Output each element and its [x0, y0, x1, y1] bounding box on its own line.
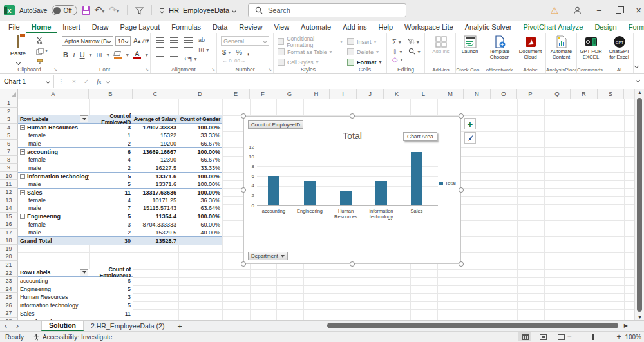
- row-header-20[interactable]: 20: [0, 252, 18, 261]
- redo-icon[interactable]: ↷▾: [109, 5, 119, 17]
- normal-view-button[interactable]: [518, 332, 531, 341]
- copy-icon[interactable]: ▾: [36, 48, 48, 55]
- pivot-cell-label[interactable]: female: [18, 132, 89, 138]
- comma-style-icon[interactable]: ,: [247, 48, 249, 56]
- row-header-6[interactable]: 6: [0, 140, 18, 148]
- column-header-L[interactable]: L: [410, 89, 437, 99]
- restore-button[interactable]: [616, 8, 621, 14]
- pivot-cell-b[interactable]: 5: [89, 213, 133, 220]
- column-header-S[interactable]: S: [598, 89, 624, 99]
- summary-cell-label[interactable]: accounting: [18, 278, 89, 284]
- summary-filter-button[interactable]: [80, 269, 88, 276]
- row-header-23[interactable]: 23: [0, 277, 18, 285]
- sheet-tab-2-hr-employeedata-2-[interactable]: 2.HR_EmployeeData (2): [84, 321, 171, 331]
- tab-draw[interactable]: Draw: [86, 21, 115, 33]
- excel-app-icon[interactable]: x: [4, 5, 15, 15]
- cancel-icon[interactable]: ×: [68, 78, 80, 85]
- pivot-cell-c[interactable]: 10171.25: [133, 197, 178, 204]
- row-header-27[interactable]: 27: [0, 309, 18, 318]
- values-field-button[interactable]: Count of EmployeeID: [248, 120, 303, 129]
- row-header-2[interactable]: 2: [0, 108, 18, 116]
- pivot-cell-label[interactable]: male: [18, 229, 89, 236]
- column-header-N[interactable]: N: [464, 89, 491, 99]
- summary-row-25[interactable]: Human Resources3: [18, 293, 133, 301]
- summary-cell-label[interactable]: Row Labels: [18, 269, 89, 276]
- underline-icon[interactable]: U: [80, 51, 85, 59]
- select-all-corner[interactable]: [0, 89, 18, 99]
- tab-insert[interactable]: Insert: [57, 21, 86, 33]
- pivot-cell-label[interactable]: −information technology: [18, 173, 89, 180]
- align-center-icon[interactable]: [170, 47, 178, 53]
- ribbon-more-chevron-icon[interactable]: [634, 64, 639, 68]
- pivot-cell-label[interactable]: −Human Resources: [18, 124, 89, 131]
- pivot-cell-b[interactable]: 11: [89, 189, 133, 196]
- formula-dropdown-icon[interactable]: [106, 79, 110, 83]
- addin-template-chooser[interactable]: Template Chooserofficeatwork: [484, 33, 515, 73]
- selection-handle[interactable]: [459, 261, 464, 267]
- bar-human-resources[interactable]: [340, 191, 352, 205]
- bar-engineering[interactable]: [304, 181, 316, 205]
- row-header-5[interactable]: 5: [0, 131, 18, 140]
- pivot-row-18[interactable]: Grand Total3013528.7: [18, 236, 222, 245]
- chart-styles-button[interactable]: [464, 132, 476, 144]
- pivot-cell-label[interactable]: Grand Total: [18, 238, 89, 244]
- pivot-cell-b[interactable]: 30: [89, 238, 133, 244]
- pivot-cell-label[interactable]: −accounting: [18, 149, 89, 155]
- page-break-view-button[interactable]: [554, 332, 567, 341]
- pivot-cell-d[interactable]: 66.67%: [178, 157, 222, 163]
- pivot-row-4[interactable]: −Human Resources317907.33333100.00%: [18, 124, 222, 132]
- row-header-14[interactable]: 14: [0, 204, 18, 213]
- pivot-cell-d[interactable]: 100.00%: [178, 189, 222, 196]
- pivot-row-10[interactable]: −information technology513371.6100.00%: [18, 172, 222, 180]
- row-header-18[interactable]: 18: [0, 236, 18, 245]
- align-right-icon[interactable]: [184, 47, 193, 53]
- pivot-cell-c[interactable]: 15322: [133, 132, 178, 138]
- pivot-row-11[interactable]: male513371.6100.00%: [18, 180, 222, 189]
- pivot-cell-d[interactable]: 66.67%: [178, 140, 222, 147]
- alignment-dialog-launcher[interactable]: ↘: [211, 67, 215, 72]
- sheet-tab-solution[interactable]: Solution: [41, 321, 84, 331]
- pivot-cell-label[interactable]: −Sales: [18, 189, 89, 196]
- merge-center-icon[interactable]: ⊞: [198, 46, 204, 54]
- summary-cell-label[interactable]: Human Resources: [18, 294, 89, 300]
- sheet-nav-prev-icon[interactable]: ‹: [0, 321, 12, 331]
- pivot-cell-label[interactable]: male: [18, 140, 89, 147]
- horizontal-scrollbar[interactable]: ▶: [325, 322, 628, 329]
- pivot-cell-b[interactable]: 5: [89, 173, 133, 180]
- pivot-row-5[interactable]: female11532233.33%: [18, 131, 222, 140]
- pivot-cell-b[interactable]: 4: [89, 157, 133, 163]
- tab-help[interactable]: Help: [372, 21, 399, 33]
- bar-information-technology[interactable]: [375, 181, 387, 205]
- format-painter-icon[interactable]: [36, 59, 44, 66]
- pivot-row-17[interactable]: male215329.540.00%: [18, 229, 222, 237]
- tab-format[interactable]: Format: [623, 21, 644, 33]
- accessibility-status[interactable]: Accessibility: Investigate: [33, 334, 112, 341]
- pivot-cell-d[interactable]: 100.00%: [178, 173, 222, 180]
- pivot-row-6[interactable]: male21920066.67%: [18, 140, 222, 148]
- paste-button[interactable]: Paste: [6, 36, 30, 68]
- align-top-icon[interactable]: [156, 37, 164, 43]
- row-header-12[interactable]: 12: [0, 188, 18, 196]
- row-header-22[interactable]: 22: [0, 269, 18, 278]
- summary-row-24[interactable]: Engineering5: [18, 285, 133, 294]
- pivot-cell-d[interactable]: 33.33%: [178, 165, 222, 171]
- summary-cell-count[interactable]: 5: [89, 302, 133, 309]
- addin-automate-content[interactable]: Automate ContentAnalysisPlace: [546, 33, 577, 73]
- increase-indent-icon[interactable]: [170, 56, 178, 62]
- pivot-cell-d[interactable]: Count of Gender: [178, 116, 222, 122]
- pivot-cell-label[interactable]: male: [18, 181, 89, 187]
- pivot-cell-d[interactable]: 63.64%: [178, 205, 222, 211]
- formula-input[interactable]: [115, 75, 644, 88]
- pivot-cell-c[interactable]: 13528.7: [133, 238, 178, 244]
- summary-cell-count[interactable]: 5: [89, 286, 133, 292]
- pivot-cell-label[interactable]: female: [18, 197, 89, 204]
- selection-handle[interactable]: [241, 187, 246, 193]
- selection-handle[interactable]: [459, 113, 464, 119]
- column-header-P[interactable]: P: [517, 89, 544, 99]
- align-bottom-icon[interactable]: [184, 37, 193, 43]
- minimize-button[interactable]: −: [596, 5, 601, 15]
- row-header-4[interactable]: 4: [0, 124, 18, 132]
- row-header-10[interactable]: 10: [0, 172, 18, 180]
- delete-cells-button[interactable]: Delete▾: [347, 47, 379, 57]
- tab-home[interactable]: Home: [26, 21, 57, 33]
